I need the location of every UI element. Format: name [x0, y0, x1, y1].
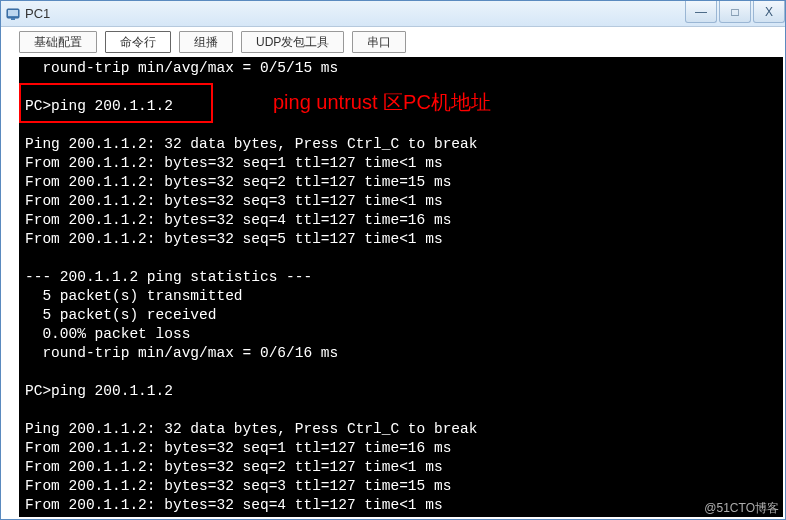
tab-udp-tool[interactable]: UDP发包工具 [241, 31, 344, 53]
minimize-button[interactable]: — [685, 1, 717, 23]
maximize-button[interactable]: □ [719, 1, 751, 23]
titlebar[interactable]: PC1 — □ X [1, 1, 785, 27]
app-window: PC1 — □ X 基础配置 命令行 组播 UDP发包工具 串口 round-t… [0, 0, 786, 520]
window-controls: — □ X [683, 1, 785, 26]
titlebar-left: PC1 [5, 6, 50, 22]
window-title: PC1 [25, 6, 50, 21]
close-button[interactable]: X [753, 1, 785, 23]
watermark: @51CTO博客 [704, 500, 779, 517]
terminal-output[interactable]: round-trip min/avg/max = 0/5/15 ms PC>pi… [19, 57, 783, 517]
tab-command-line[interactable]: 命令行 [105, 31, 171, 53]
tab-multicast[interactable]: 组播 [179, 31, 233, 53]
tab-basic-config[interactable]: 基础配置 [19, 31, 97, 53]
tab-bar: 基础配置 命令行 组播 UDP发包工具 串口 [1, 27, 785, 55]
svg-rect-2 [11, 18, 15, 20]
tab-serial[interactable]: 串口 [352, 31, 406, 53]
app-icon [5, 6, 21, 22]
svg-rect-1 [8, 10, 18, 16]
